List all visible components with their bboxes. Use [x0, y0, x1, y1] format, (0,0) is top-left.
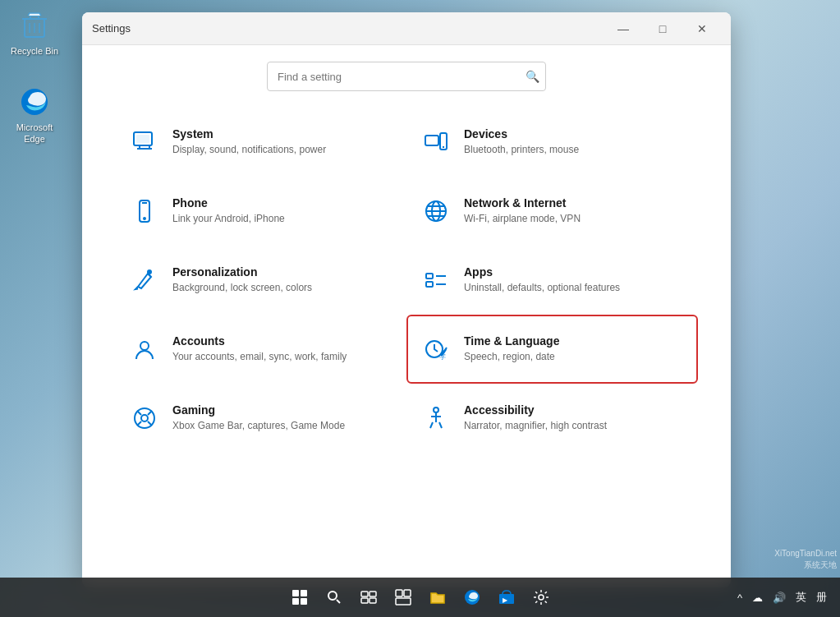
phone-icon — [130, 196, 159, 226]
svg-rect-21 — [292, 598, 299, 605]
settings-item-personalization[interactable]: Personalization Background, lock screen,… — [115, 246, 406, 315]
svg-rect-12 — [426, 282, 433, 287]
settings-item-phone[interactable]: Phone Link your Android, iPhone — [115, 177, 406, 246]
svg-rect-27 — [370, 598, 376, 603]
accounts-title: Accounts — [172, 334, 347, 348]
network-icon — [421, 196, 451, 226]
taskbar-search-button[interactable] — [319, 582, 349, 612]
search-input[interactable] — [267, 62, 546, 91]
edge-desktop-label: Microsoft Edge — [5, 122, 64, 145]
personalization-text: Personalization Background, lock screen,… — [172, 265, 312, 295]
gaming-title: Gaming — [172, 403, 345, 417]
search-bar: 🔍 — [267, 62, 546, 91]
network-text: Network & Internet Wi-Fi, airplane mode,… — [464, 196, 581, 226]
personalization-desc: Background, lock screen, colors — [172, 281, 312, 295]
accessibility-text: Accessibility Narrator, magnifier, high … — [464, 403, 607, 433]
window-title: Settings — [92, 22, 131, 35]
watermark: XiTongTianDi.net 系统天地 — [774, 548, 837, 571]
time-language-desc: Speech, region, date — [464, 350, 559, 364]
svg-point-13 — [140, 342, 149, 350]
settings-item-system[interactable]: System Display, sound, notifications, po… — [115, 108, 406, 177]
taskbar-center: ▶ — [285, 582, 556, 612]
accessibility-icon — [421, 403, 451, 433]
taskbar-sound[interactable]: 🔊 — [769, 590, 789, 605]
settings-item-accessibility[interactable]: Accessibility Narrator, magnifier, high … — [406, 384, 698, 453]
svg-rect-22 — [301, 598, 307, 605]
desktop: Recycle Bin Microsoft Edge Settings — □ … — [0, 0, 840, 617]
apps-title: Apps — [464, 265, 620, 279]
watermark-line2: 系统天地 — [774, 559, 837, 571]
window-controls: — □ ✕ — [604, 16, 721, 41]
svg-text:字: 字 — [439, 353, 446, 361]
watermark-line1: XiTongTianDi.net — [774, 548, 837, 559]
title-bar: Settings — □ ✕ — [82, 12, 731, 45]
system-text: System Display, sound, notifications, po… — [172, 127, 326, 157]
time-language-title: Time & Language — [464, 334, 559, 348]
settings-grid: System Display, sound, notifications, po… — [115, 108, 698, 453]
taskbar: ▶ ^ ☁ 🔊 英 册 — [0, 578, 840, 617]
svg-point-10 — [148, 270, 151, 274]
settings-item-time-language[interactable]: 字 Time & Language Speech, region, date — [406, 315, 698, 384]
settings-window: Settings — □ ✕ 🔍 — [82, 12, 731, 587]
svg-rect-25 — [370, 592, 376, 596]
settings-item-devices[interactable]: Devices Bluetooth, printers, mouse — [406, 108, 698, 177]
accounts-text: Accounts Your accounts, email, sync, wor… — [172, 334, 347, 364]
search-container: 🔍 — [82, 45, 731, 99]
close-button[interactable]: ✕ — [683, 16, 721, 41]
svg-rect-29 — [404, 590, 411, 596]
gaming-desc: Xbox Game Bar, captures, Game Mode — [172, 419, 345, 433]
devices-icon — [421, 127, 451, 157]
settings-item-gaming[interactable]: Gaming Xbox Game Bar, captures, Game Mod… — [115, 384, 406, 453]
svg-point-18 — [434, 407, 438, 412]
taskbar-taskview-button[interactable] — [354, 582, 383, 612]
accessibility-title: Accessibility — [464, 403, 607, 417]
svg-rect-11 — [426, 274, 433, 279]
network-desc: Wi-Fi, airplane mode, VPN — [464, 212, 581, 226]
svg-rect-28 — [396, 590, 402, 596]
svg-point-34 — [539, 595, 544, 600]
system-title: System — [172, 127, 326, 140]
svg-point-23 — [328, 592, 337, 600]
desktop-icon-edge[interactable]: Microsoft Edge — [2, 82, 67, 149]
taskbar-hidden-icons[interactable]: ^ — [734, 590, 746, 605]
taskbar-ime[interactable]: 册 — [813, 588, 830, 606]
settings-item-accounts[interactable]: Accounts Your accounts, email, sync, wor… — [115, 315, 406, 384]
maximize-button[interactable]: □ — [644, 16, 682, 41]
svg-rect-30 — [396, 598, 411, 605]
svg-rect-24 — [361, 592, 368, 596]
taskbar-start-button[interactable] — [285, 582, 314, 612]
taskbar-fileexplorer-button[interactable] — [423, 582, 452, 612]
phone-text: Phone Link your Android, iPhone — [172, 196, 285, 226]
taskbar-widgets-button[interactable] — [388, 582, 418, 612]
taskbar-language[interactable]: 英 — [792, 588, 810, 606]
taskbar-network[interactable]: ☁ — [749, 590, 766, 605]
taskbar-settings-button[interactable] — [526, 582, 556, 612]
settings-item-network[interactable]: Network & Internet Wi-Fi, airplane mode,… — [406, 177, 698, 246]
settings-item-apps[interactable]: Apps Uninstall, defaults, optional featu… — [406, 246, 698, 315]
system-icon — [130, 127, 159, 157]
svg-rect-4 — [425, 136, 438, 145]
accessibility-desc: Narrator, magnifier, high contrast — [464, 419, 607, 433]
time-language-text: Time & Language Speech, region, date — [464, 334, 559, 364]
personalization-icon — [130, 265, 159, 295]
devices-desc: Bluetooth, printers, mouse — [464, 143, 579, 157]
system-desc: Display, sound, notifications, power — [172, 143, 326, 157]
gaming-icon — [130, 403, 159, 433]
apps-icon — [421, 265, 451, 295]
svg-text:▶: ▶ — [503, 596, 508, 604]
taskbar-store-button[interactable]: ▶ — [492, 582, 521, 612]
devices-title: Devices — [464, 127, 579, 140]
taskbar-right: ^ ☁ 🔊 英 册 — [734, 588, 830, 606]
svg-rect-20 — [301, 590, 307, 596]
svg-rect-19 — [292, 590, 299, 596]
svg-rect-3 — [136, 135, 149, 143]
minimize-button[interactable]: — — [604, 16, 642, 41]
phone-title: Phone — [172, 196, 285, 210]
accounts-desc: Your accounts, email, sync, work, family — [172, 350, 347, 364]
taskbar-edge-button[interactable] — [457, 582, 487, 612]
settings-content: System Display, sound, notifications, po… — [82, 99, 731, 587]
time-language-icon: 字 — [421, 334, 451, 364]
desktop-icon-recycle-bin[interactable]: Recycle Bin — [2, 6, 67, 60]
apps-text: Apps Uninstall, defaults, optional featu… — [464, 265, 620, 295]
network-title: Network & Internet — [464, 196, 581, 210]
